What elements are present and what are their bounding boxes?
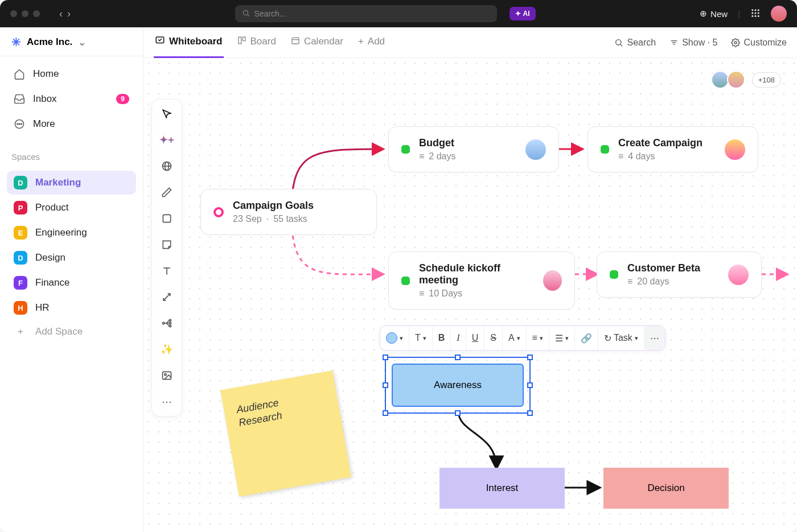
flow-decision[interactable]: Decision [603, 468, 729, 509]
assignee-avatar[interactable] [543, 270, 562, 291]
svg-rect-16 [239, 37, 241, 44]
tool-connector[interactable] [159, 290, 174, 304]
space-design[interactable]: DDesign [7, 246, 136, 270]
whiteboard-toolbox: ✦+ ✨ ⋯ [151, 99, 182, 416]
tool-pen[interactable] [159, 185, 174, 200]
bold-button[interactable]: B [433, 326, 451, 350]
nav-forward-button[interactable]: › [67, 8, 71, 20]
assignee-avatar[interactable] [525, 139, 546, 160]
nav-home[interactable]: Home [7, 62, 136, 86]
collaborator-avatar[interactable] [711, 71, 729, 89]
font-button[interactable]: T▾ [409, 326, 433, 350]
link-button[interactable]: 🔗 [575, 326, 598, 350]
card-campaign-goals[interactable]: Campaign Goals 23 Sep·55 tasks [200, 189, 377, 235]
tab-whiteboard[interactable]: Whiteboard [154, 27, 224, 58]
convert-task-button[interactable]: ↻Task▾ [598, 326, 644, 350]
card-meta: ≡2 days [419, 151, 455, 162]
italic-button[interactable]: I [451, 326, 466, 350]
card-schedule-kickoff[interactable]: Schedule kickoff meeting ≡10 Days [388, 251, 575, 310]
inbox-icon [14, 93, 25, 105]
svg-point-37 [165, 374, 166, 376]
sticky-note[interactable]: Audience Research [220, 370, 351, 497]
space-product[interactable]: PProduct [7, 196, 136, 220]
nav-back-button[interactable]: ‹ [59, 8, 63, 20]
collaborator-overflow[interactable]: +108 [752, 72, 781, 88]
tool-web[interactable] [159, 159, 174, 174]
status-square-icon [401, 145, 410, 154]
flow-interest[interactable]: Interest [439, 468, 565, 509]
space-hr[interactable]: HHR [7, 296, 136, 320]
assignee-avatar[interactable] [728, 265, 749, 285]
canvas-search-button[interactable]: Search [614, 38, 656, 48]
connector-icon [161, 291, 172, 303]
tab-calendar[interactable]: Calendar [290, 28, 344, 57]
card-title: Schedule kickoff meeting [419, 262, 534, 286]
toolbar-more-button[interactable]: ⋯ [644, 326, 665, 350]
flow-awareness[interactable]: Awareness [392, 364, 524, 407]
traffic-min[interactable] [22, 10, 28, 17]
tab-add[interactable]: +Add [357, 28, 386, 57]
collaborator-avatar[interactable] [727, 71, 745, 89]
titlebar-right: ⊕ New | [700, 6, 787, 22]
tool-sticky[interactable] [159, 237, 174, 252]
home-icon [14, 68, 25, 80]
tool-ai-generate[interactable]: ✦+ [159, 133, 174, 147]
card-title: Campaign Goals [233, 200, 314, 212]
pen-icon [161, 187, 172, 198]
plus-icon: + [14, 326, 27, 337]
new-button[interactable]: ⊕ New [700, 9, 728, 19]
tab-board[interactable]: Board [236, 28, 277, 57]
global-search[interactable]: Search... [235, 5, 497, 22]
strike-button[interactable]: S [484, 326, 503, 350]
calendar-icon [291, 36, 300, 48]
align-button[interactable]: ≡▾ [527, 326, 549, 350]
add-space-button[interactable]: +Add Space [7, 321, 136, 343]
tool-magic[interactable]: ✨ [159, 342, 174, 357]
customize-button[interactable]: Customize [731, 38, 787, 48]
traffic-close[interactable] [10, 10, 17, 17]
filter-icon [669, 38, 679, 47]
user-avatar[interactable] [771, 6, 787, 22]
space-marketing[interactable]: DMarketing [7, 171, 136, 195]
list-button[interactable]: ☰▾ [549, 326, 575, 350]
sparkles-icon: ✦+ [159, 134, 174, 146]
svg-rect-18 [292, 38, 299, 44]
apps-grid-icon[interactable] [750, 8, 761, 20]
space-chip: P [14, 201, 27, 215]
underline-button[interactable]: U [466, 326, 485, 350]
nav-inbox[interactable]: Inbox 9 [7, 87, 136, 111]
card-meta: ≡20 days [627, 277, 700, 287]
card-create-campaign[interactable]: Create Campaign ≡4 days [588, 126, 758, 172]
more-icon [14, 118, 25, 130]
list-icon: ≡ [419, 151, 424, 162]
ai-button[interactable]: ✦ AI [510, 7, 536, 20]
text-color-button[interactable]: A▾ [503, 326, 527, 350]
titlebar: ‹ › Search... ✦ AI ⊕ New | [0, 0, 797, 27]
show-filter-button[interactable]: Show · 5 [669, 38, 717, 48]
workspace-switcher[interactable]: ✳ Acme Inc. ⌄ [0, 27, 143, 56]
tool-mindmap[interactable] [159, 316, 174, 331]
tool-more[interactable]: ⋯ [159, 394, 174, 409]
spaces-heading: Spaces [0, 142, 143, 165]
svg-point-9 [754, 15, 756, 17]
fill-color-button[interactable]: ▾ [380, 326, 409, 350]
traffic-max[interactable] [33, 10, 40, 17]
tool-text[interactable] [159, 263, 174, 278]
tool-select[interactable] [159, 106, 174, 121]
sticky-note-icon [161, 239, 172, 250]
card-customer-beta[interactable]: Customer Beta ≡20 days [597, 251, 762, 298]
nav-more[interactable]: More [7, 112, 136, 136]
tool-image[interactable] [159, 368, 174, 383]
space-finance[interactable]: FFinance [7, 271, 136, 295]
assignee-avatar[interactable] [725, 139, 745, 160]
board-icon [237, 36, 247, 48]
whiteboard-canvas[interactable]: +108 ✦+ ✨ ⋯ [143, 58, 797, 532]
card-title: Budget [419, 137, 455, 149]
status-square-icon [401, 277, 410, 285]
tool-shape[interactable] [159, 211, 174, 226]
space-chip: F [14, 276, 27, 290]
card-budget[interactable]: Budget ≡2 days [388, 126, 559, 172]
space-engineering[interactable]: EEngineering [7, 221, 136, 245]
collaborators: +108 [711, 71, 781, 89]
space-chip: D [14, 251, 27, 265]
